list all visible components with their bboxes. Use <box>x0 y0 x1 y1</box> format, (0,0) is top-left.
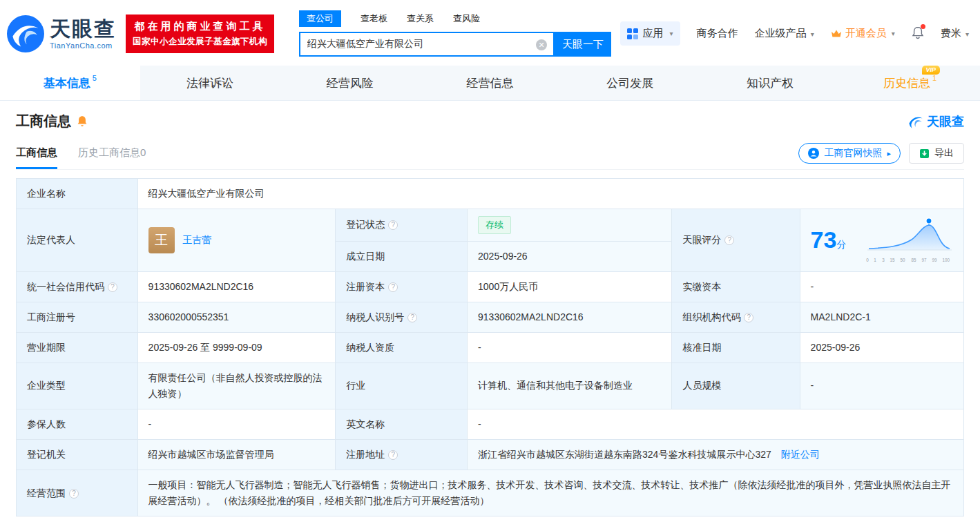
clear-search-icon[interactable]: ✕ <box>536 39 547 50</box>
field-label: 组织机构代码? <box>672 302 800 332</box>
status-badge: 存续 <box>478 216 511 233</box>
org-code-value: MA2LND2C-1 <box>800 302 963 332</box>
tianyan-score-cell[interactable]: 73分 <box>800 209 963 272</box>
business-term-value: 2025-09-26 至 9999-09-09 <box>137 332 336 362</box>
field-label: 实缴资本 <box>672 271 800 302</box>
export-icon <box>919 148 930 159</box>
subtab-history-business-info[interactable]: 历史工商信息0 <box>78 146 146 169</box>
banner-line2: 国家中小企业发展子基金旗下机构 <box>133 36 267 48</box>
field-label: 营业期限 <box>17 332 138 362</box>
business-info-table: 企业名称 绍兴大疆低空产业有限公司 法定代表人 王 王吉蕾 登记状态? 存续 <box>16 178 964 516</box>
credit-code-value: 91330602MA2LND2C16 <box>137 271 336 302</box>
tianyancha-watermark-logo: 天眼查 <box>908 113 964 130</box>
search-block: 查公司 查老板 查关系 查风险 ✕ 天眼一下 <box>299 10 611 57</box>
export-button[interactable]: 导出 <box>909 143 964 164</box>
table-row: 法定代表人 王 王吉蕾 登记状态? 存续 天眼评分? <box>17 209 964 241</box>
help-icon[interactable]: ? <box>724 235 734 245</box>
tab-intellectual-property[interactable]: 知识产权 <box>700 66 840 100</box>
promo-banner: 都在用的商业查询工具 国家中小企业发展子基金旗下机构 <box>126 14 274 53</box>
open-vip-menu[interactable]: 开通会员 ▾ <box>831 27 895 40</box>
tab-legal-litigation[interactable]: 法律诉讼 <box>140 66 280 100</box>
crown-icon <box>831 29 842 38</box>
company-name-value: 绍兴大疆低空产业有限公司 <box>137 179 963 209</box>
help-icon[interactable]: ? <box>69 489 79 499</box>
taxpayer-qualification-value: - <box>468 332 672 362</box>
notification-dot <box>921 24 925 29</box>
help-icon[interactable]: ? <box>388 450 398 460</box>
enterprise-product-menu[interactable]: 企业级产品 ▾ <box>755 27 814 40</box>
insured-count-value: - <box>137 409 336 440</box>
table-row: 登记机关 绍兴市越城区市场监督管理局 注册地址? 浙江省绍兴市越城区东湖街道越东… <box>17 440 964 470</box>
banner-line1: 都在用的商业查询工具 <box>133 20 267 33</box>
chevron-right-icon: ▸ <box>887 149 891 158</box>
header: 天眼查 TianYanCha.com 都在用的商业查询工具 国家中小企业发展子基… <box>0 0 980 66</box>
approval-date-value: 2025-09-26 <box>800 332 963 362</box>
field-label: 纳税人识别号? <box>336 302 468 332</box>
search-input[interactable] <box>300 33 553 55</box>
search-button[interactable]: 天眼一下 <box>555 32 611 57</box>
table-row: 统一社会信用代码? 91330602MA2LND2C16 注册资本? 1000万… <box>17 271 964 302</box>
help-icon[interactable]: ? <box>388 220 398 230</box>
table-row: 企业类型 有限责任公司（非自然人投资或控股的法人独资） 行业 计算机、通信和其他… <box>17 362 964 409</box>
search-tab-boss[interactable]: 查老板 <box>361 12 387 25</box>
establish-date-value: 2025-09-26 <box>468 241 672 271</box>
search-tab-relation[interactable]: 查关系 <box>407 12 434 25</box>
field-label: 登记状态? <box>336 209 468 241</box>
company-nav-tabs: 基本信息5 法律诉讼 经营风险 经营信息 公司发展 知识产权 历史信息 VIP … <box>0 66 980 101</box>
field-label: 核准日期 <box>672 332 800 362</box>
industry-value: 计算机、通信和其他电子设备制造业 <box>468 362 672 409</box>
tab-company-development[interactable]: 公司发展 <box>560 66 700 100</box>
table-row: 经营范围? 一般项目：智能无人飞行器制造；智能无人飞行器销售；货物进出口；技术服… <box>17 470 964 516</box>
field-label: 统一社会信用代码? <box>17 271 138 302</box>
chevron-down-icon: ▾ <box>892 30 895 37</box>
reg-status-value: 存续 <box>468 209 672 241</box>
business-info-section: 工商信息 天眼查 工商信息 历史工商信息0 工商官网快照 <box>0 101 980 522</box>
user-menu[interactable]: 费米 ▾ <box>941 27 969 40</box>
field-label: 天眼评分? <box>672 209 800 272</box>
help-icon[interactable]: ? <box>388 282 398 292</box>
subtab-business-info[interactable]: 工商信息 <box>16 146 57 169</box>
taxpayer-id-value: 91330602MA2LND2C16 <box>468 302 672 332</box>
search-tab-risk[interactable]: 查风险 <box>453 12 480 25</box>
search-tab-company[interactable]: 查公司 <box>299 10 341 27</box>
chevron-down-icon: ▾ <box>965 30 969 38</box>
field-label: 企业名称 <box>17 179 138 209</box>
snapshot-badge-icon <box>808 148 819 159</box>
table-row: 参保人数 - 英文名称 - <box>17 409 964 440</box>
section-title: 工商信息 <box>16 112 71 130</box>
subscribe-bell-icon[interactable] <box>77 115 88 128</box>
notifications-bell[interactable] <box>912 26 924 41</box>
legal-rep-avatar[interactable]: 王 <box>148 227 175 253</box>
business-cooperation-link[interactable]: 商务合作 <box>697 27 738 40</box>
tianyancha-logo[interactable]: 天眼查 TianYanCha.com <box>7 15 116 52</box>
reg-number-value: 330602000552351 <box>137 302 336 332</box>
brand-name: 天眼查 <box>50 17 116 40</box>
tab-operation-risk[interactable]: 经营风险 <box>280 66 420 100</box>
tianyancha-logo-icon <box>7 15 44 52</box>
field-label: 英文名称 <box>336 409 468 440</box>
field-label: 工商注册号 <box>17 302 138 332</box>
chevron-down-icon: ▾ <box>811 30 814 38</box>
field-label: 法定代表人 <box>17 209 138 272</box>
tianyancha-swoosh-icon <box>908 114 923 129</box>
staff-size-value: - <box>800 362 963 409</box>
legal-rep-link[interactable]: 王吉蕾 <box>183 232 212 248</box>
official-snapshot-button[interactable]: 工商官网快照 ▸ <box>798 143 901 164</box>
tab-basic-info[interactable]: 基本信息5 <box>0 66 140 100</box>
apps-menu[interactable]: 应用 ▾ <box>620 21 680 46</box>
nearby-companies-link[interactable]: 附近公司 <box>781 449 820 460</box>
tab-operation-info[interactable]: 经营信息 <box>420 66 560 100</box>
reg-capital-value: 1000万人民币 <box>468 271 672 302</box>
reg-address-value: 浙江省绍兴市越城区东湖街道越东南路324号鉴水科技城展示中心327 附近公司 <box>468 440 964 470</box>
help-icon[interactable]: ? <box>744 313 753 322</box>
tab-history-info[interactable]: 历史信息 VIP 1 <box>840 66 980 100</box>
score-unit: 分 <box>836 239 846 250</box>
score-value: 73 <box>811 226 837 253</box>
brand-domain: TianYanCha.com <box>50 41 116 50</box>
field-label: 人员规模 <box>672 362 800 409</box>
help-icon[interactable]: ? <box>108 282 117 292</box>
help-icon[interactable]: ? <box>407 313 417 322</box>
field-label: 参保人数 <box>17 409 138 440</box>
field-label: 经营范围? <box>17 470 138 516</box>
score-axis-labels: 0131550859799100 <box>866 256 950 264</box>
